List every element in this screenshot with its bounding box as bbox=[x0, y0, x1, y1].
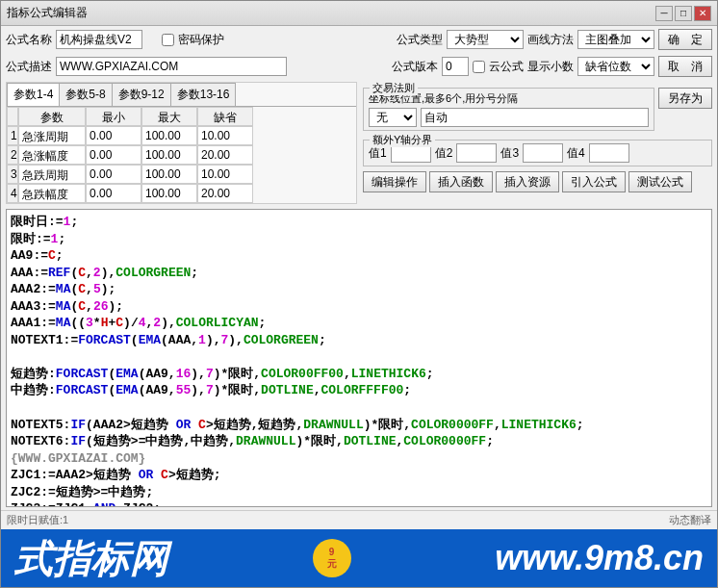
edit-action-button[interactable]: 编辑操作 bbox=[363, 171, 426, 192]
param-min-cell[interactable]: 0.00 bbox=[86, 165, 141, 184]
param-grid: 参数 最小 最大 缺省 1 急涨周期 0.00 100.00 10.00 2 急… bbox=[7, 107, 356, 203]
formula-type-select[interactable]: 大势型 bbox=[447, 30, 524, 49]
import-formula-button[interactable]: 引入公式 bbox=[562, 171, 626, 192]
param-min-cell[interactable]: 0.00 bbox=[86, 184, 141, 203]
draw-method-select[interactable]: 主图叠加 bbox=[577, 30, 654, 49]
cloud-formula-checkbox[interactable] bbox=[473, 61, 485, 73]
footer-left-text: 式指标网 bbox=[14, 532, 168, 585]
save-as-button[interactable]: 另存为 bbox=[658, 88, 712, 109]
cancel-button[interactable]: 取 消 bbox=[658, 56, 712, 77]
param-name-cell[interactable]: 急涨幅度 bbox=[18, 145, 86, 165]
formula-name-input[interactable] bbox=[56, 30, 142, 49]
param-max-cell[interactable]: 100.00 bbox=[141, 145, 197, 165]
param-min-cell[interactable]: 0.00 bbox=[86, 145, 141, 165]
formula-desc-input[interactable] bbox=[56, 57, 287, 76]
formula-type-label: 公式类型 bbox=[397, 32, 443, 48]
param-name-cell[interactable]: 急跌幅度 bbox=[18, 184, 86, 203]
formula-version-input[interactable] bbox=[442, 57, 469, 76]
decimal-select[interactable]: 缺省位数 bbox=[577, 57, 654, 76]
param-min-cell[interactable]: 0.00 bbox=[86, 126, 141, 145]
code-editor[interactable]: 限时日:=1; 限时:=1; AA9:=C; AAA:=REF(C,2),COL… bbox=[6, 209, 712, 507]
param-max-cell[interactable]: 100.00 bbox=[141, 126, 197, 145]
trade-rule-group: 交易法则 坐标线位置,最多6个,用分号分隔 无 bbox=[363, 88, 654, 131]
param-max-cell[interactable]: 100.00 bbox=[141, 184, 197, 203]
status-right: 动态翻译 bbox=[669, 513, 711, 527]
draw-method-label: 画线方法 bbox=[527, 32, 574, 48]
col-min: 最小 bbox=[86, 107, 141, 126]
param-tabs: 参数1-4 参数5-8 参数9-12 参数13-16 bbox=[7, 83, 356, 107]
col-param: 参数 bbox=[18, 107, 86, 126]
window-title: 指标公式编辑器 bbox=[7, 5, 88, 21]
insert-resource-button[interactable]: 插入资源 bbox=[496, 171, 559, 192]
tab-params-13-16[interactable]: 参数13-16 bbox=[170, 83, 237, 106]
footer-logo-icon: 9元 bbox=[313, 539, 351, 577]
param-max-cell[interactable]: 100.00 bbox=[141, 165, 197, 184]
param-name-cell[interactable]: 急跌周期 bbox=[18, 165, 86, 184]
password-protect-label: 密码保护 bbox=[178, 32, 224, 48]
tab-params-1-4[interactable]: 参数1-4 bbox=[7, 83, 60, 106]
param-def-cell[interactable]: 10.00 bbox=[197, 165, 253, 184]
trade-rule-select[interactable]: 无 bbox=[369, 108, 417, 127]
decimal-label: 显示小数 bbox=[527, 59, 574, 75]
ok-button[interactable]: 确 定 bbox=[658, 29, 712, 50]
extra-y-legend: 额外Y轴分界 bbox=[370, 133, 435, 147]
test-formula-button[interactable]: 测试公式 bbox=[628, 171, 692, 192]
trade-rule-legend: 交易法则 bbox=[370, 81, 418, 95]
insert-function-button[interactable]: 插入函数 bbox=[429, 171, 493, 192]
col-def: 缺省 bbox=[197, 107, 253, 126]
tab-params-9-12[interactable]: 参数9-12 bbox=[112, 83, 171, 106]
y-value-2[interactable] bbox=[456, 143, 497, 163]
param-def-cell[interactable]: 20.00 bbox=[197, 145, 253, 165]
minimize-button[interactable]: ─ bbox=[655, 6, 673, 21]
footer-right-text: www.9m8.cn bbox=[495, 538, 704, 578]
y-value-3[interactable] bbox=[523, 143, 563, 163]
status-left: 限时日赋值:1 bbox=[7, 513, 68, 527]
cloud-formula-label: 云公式 bbox=[489, 59, 524, 75]
col-max: 最大 bbox=[141, 107, 197, 126]
tab-params-5-8[interactable]: 参数5-8 bbox=[59, 83, 112, 106]
maximize-button[interactable]: □ bbox=[675, 6, 692, 21]
extra-y-group: 额外Y轴分界 值1 值2 值3 值4 bbox=[363, 140, 712, 166]
watermark-footer: 式指标网 9元 www.9m8.cn bbox=[1, 529, 717, 587]
close-button[interactable]: ✕ bbox=[694, 6, 711, 21]
formula-desc-label: 公式描述 bbox=[6, 59, 52, 75]
y-value-4[interactable] bbox=[589, 143, 629, 163]
param-name-cell[interactable]: 急涨周期 bbox=[18, 126, 86, 145]
formula-version-label: 公式版本 bbox=[392, 59, 438, 75]
param-def-cell[interactable]: 10.00 bbox=[197, 126, 253, 145]
param-panel: 参数1-4 参数5-8 参数9-12 参数13-16 参数 最小 最大 缺省 1… bbox=[6, 82, 357, 204]
titlebar: 指标公式编辑器 ─ □ ✕ bbox=[1, 1, 717, 26]
coord-input[interactable] bbox=[421, 108, 649, 127]
formula-name-label: 公式名称 bbox=[6, 32, 52, 48]
password-protect-checkbox[interactable] bbox=[162, 34, 174, 46]
param-def-cell[interactable]: 20.00 bbox=[197, 184, 253, 203]
